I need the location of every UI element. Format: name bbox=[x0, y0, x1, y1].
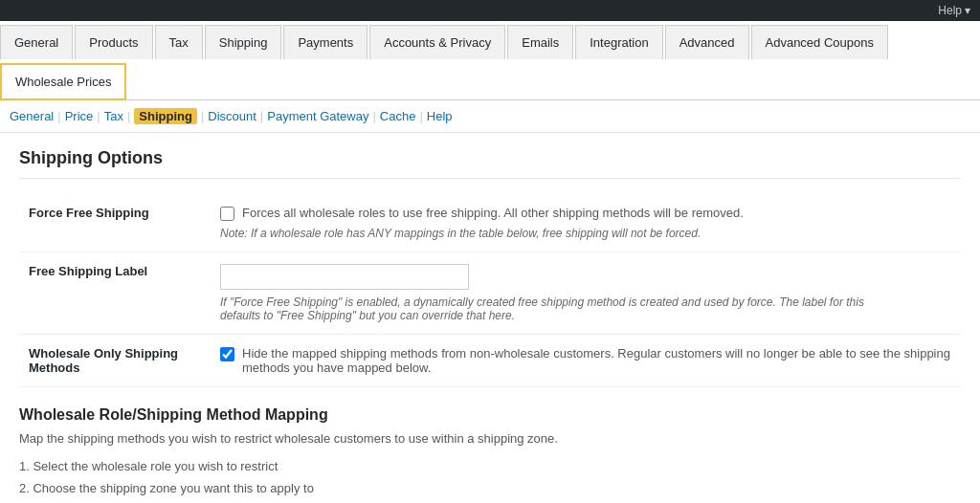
main-tab-integration[interactable]: Integration bbox=[575, 25, 662, 59]
free-shipping-label-input[interactable] bbox=[220, 264, 469, 290]
sub-tab-separator: | bbox=[419, 109, 422, 123]
main-tab-shipping[interactable]: Shipping bbox=[205, 25, 282, 59]
sub-tab-separator: | bbox=[372, 109, 375, 123]
force-free-shipping-row: Force Free Shipping Forces all wholesale… bbox=[19, 194, 961, 252]
sub-tab-payment-gateway[interactable]: Payment Gateway bbox=[267, 109, 368, 123]
main-tab-advanced-coupons[interactable]: Advanced Coupons bbox=[751, 25, 888, 59]
force-free-shipping-description: Forces all wholesale roles to use free s… bbox=[242, 206, 744, 220]
main-tab-wholesale-prices[interactable]: Wholesale Prices bbox=[0, 63, 126, 100]
free-shipping-label-row: Free Shipping Label If "Force Free Shipp… bbox=[19, 252, 961, 335]
mapping-step-2: 2. Choose the shipping zone you want thi… bbox=[19, 477, 961, 499]
force-free-shipping-label: Force Free Shipping bbox=[29, 206, 149, 220]
free-shipping-label-label: Free Shipping Label bbox=[29, 264, 147, 278]
help-label: Help bbox=[938, 4, 962, 17]
main-tab-payments[interactable]: Payments bbox=[283, 25, 368, 59]
main-tab-emails[interactable]: Emails bbox=[507, 25, 573, 59]
sub-tab-shipping[interactable]: Shipping bbox=[134, 108, 197, 124]
content-area: Shipping Options Force Free Shipping For… bbox=[0, 133, 980, 503]
force-free-shipping-note: Note: If a wholesale role has ANY mappin… bbox=[220, 227, 951, 240]
sub-tab-general[interactable]: General bbox=[10, 109, 54, 123]
force-free-shipping-checkbox[interactable] bbox=[220, 207, 234, 221]
mapping-title: Wholesale Role/Shipping Method Mapping bbox=[19, 406, 961, 424]
mapping-step-1: 1. Select the wholesale role you wish to… bbox=[19, 455, 961, 477]
free-shipping-label-desc: If "Force Free Shipping" is enabled, a d… bbox=[220, 295, 890, 322]
wholesale-only-shipping-checkbox[interactable] bbox=[220, 347, 234, 361]
sub-tab-tax[interactable]: Tax bbox=[104, 109, 123, 123]
sub-tab-price[interactable]: Price bbox=[65, 109, 94, 123]
sub-tab-help[interactable]: Help bbox=[427, 109, 453, 123]
sub-tabs: General | Price | Tax | Shipping | Disco… bbox=[0, 100, 980, 133]
main-tabs: GeneralProductsTaxShippingPaymentsAccoun… bbox=[0, 21, 980, 100]
mapping-steps: 1. Select the wholesale role you wish to… bbox=[19, 455, 961, 503]
main-tab-general[interactable]: General bbox=[0, 25, 73, 59]
sub-tab-separator: | bbox=[57, 109, 60, 123]
sub-tab-separator: | bbox=[127, 109, 130, 123]
section-title: Shipping Options bbox=[19, 148, 961, 179]
help-button[interactable]: Help ▾ bbox=[938, 4, 970, 17]
main-tab-accounts-privacy[interactable]: Accounts & Privacy bbox=[369, 25, 505, 59]
wholesale-only-shipping-row: Wholesale Only Shipping Methods Hide the… bbox=[19, 335, 961, 387]
sub-tab-discount[interactable]: Discount bbox=[208, 109, 256, 123]
top-bar: Help ▾ bbox=[0, 0, 980, 21]
sub-tab-separator: | bbox=[201, 109, 204, 123]
main-tab-products[interactable]: Products bbox=[75, 25, 152, 59]
help-arrow: ▾ bbox=[965, 4, 970, 17]
wholesale-only-shipping-label: Wholesale Only Shipping Methods bbox=[29, 346, 178, 375]
main-tab-advanced[interactable]: Advanced bbox=[665, 25, 749, 59]
settings-table: Force Free Shipping Forces all wholesale… bbox=[19, 194, 961, 387]
wholesale-only-shipping-description: Hide the mapped shipping methods from no… bbox=[242, 346, 951, 375]
sub-tab-cache[interactable]: Cache bbox=[380, 109, 416, 123]
sub-tab-separator: | bbox=[260, 109, 263, 123]
sub-tab-separator: | bbox=[97, 109, 100, 123]
main-tab-tax[interactable]: Tax bbox=[155, 25, 203, 59]
mapping-description: Map the shipping methods you wish to res… bbox=[19, 431, 961, 446]
mapping-section: Wholesale Role/Shipping Method Mapping M… bbox=[19, 406, 961, 503]
